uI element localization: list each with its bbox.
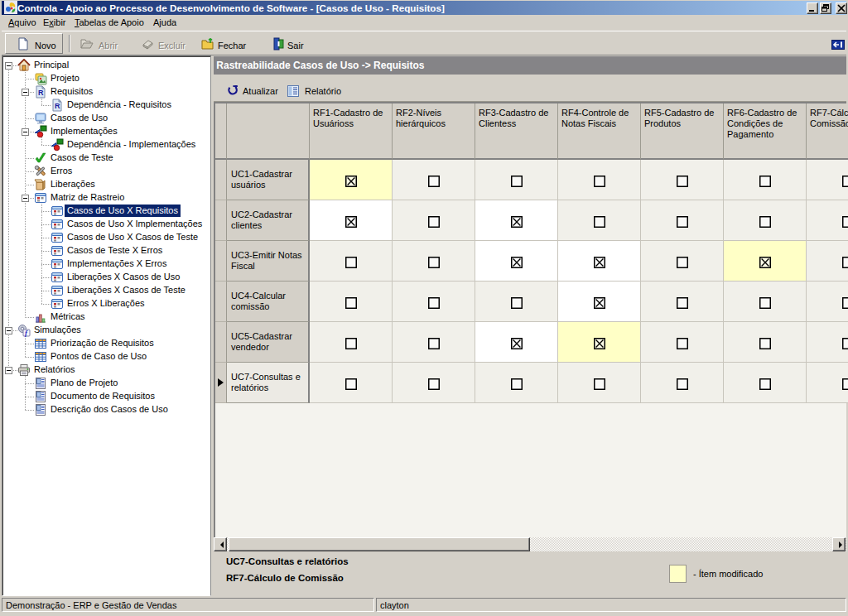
svg-text:R: R	[55, 102, 60, 110]
svg-text:R: R	[38, 89, 44, 97]
